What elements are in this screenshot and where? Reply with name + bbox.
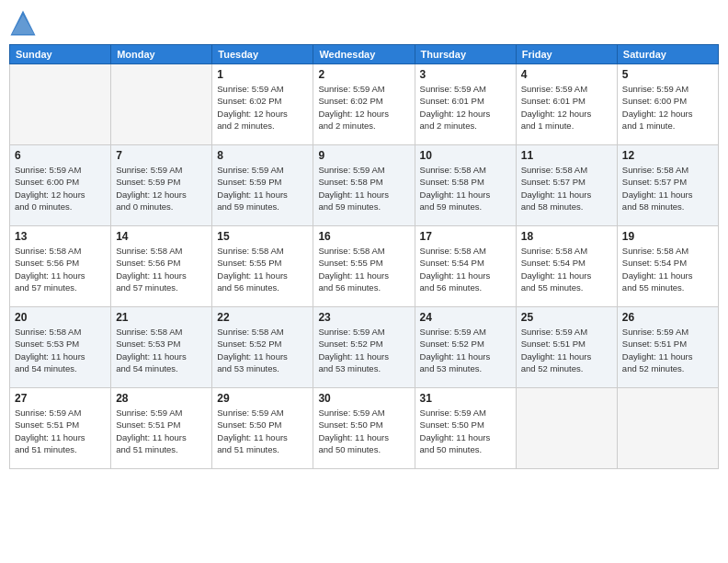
calendar-cell: 24Sunrise: 5:59 AM Sunset: 5:52 PM Dayli…	[415, 307, 516, 388]
calendar-week-row: 1Sunrise: 5:59 AM Sunset: 6:02 PM Daylig…	[10, 64, 719, 145]
calendar-cell: 11Sunrise: 5:58 AM Sunset: 5:57 PM Dayli…	[516, 145, 617, 226]
day-info: Sunrise: 5:59 AM Sunset: 5:50 PM Dayligh…	[318, 407, 409, 455]
calendar-cell: 16Sunrise: 5:58 AM Sunset: 5:55 PM Dayli…	[313, 226, 415, 307]
day-info: Sunrise: 5:59 AM Sunset: 5:52 PM Dayligh…	[420, 326, 511, 374]
day-number: 21	[116, 311, 207, 324]
day-number: 27	[15, 392, 106, 405]
day-info: Sunrise: 5:58 AM Sunset: 5:55 PM Dayligh…	[318, 245, 409, 293]
calendar-table: SundayMondayTuesdayWednesdayThursdayFrid…	[9, 44, 719, 469]
calendar-cell: 8Sunrise: 5:59 AM Sunset: 5:59 PM Daylig…	[212, 145, 313, 226]
calendar-cell: 14Sunrise: 5:58 AM Sunset: 5:56 PM Dayli…	[111, 226, 212, 307]
day-number: 26	[622, 311, 713, 324]
calendar-cell: 22Sunrise: 5:58 AM Sunset: 5:52 PM Dayli…	[212, 307, 313, 388]
calendar-cell: 30Sunrise: 5:59 AM Sunset: 5:50 PM Dayli…	[313, 388, 415, 469]
calendar-cell: 28Sunrise: 5:59 AM Sunset: 5:51 PM Dayli…	[111, 388, 212, 469]
calendar-cell	[10, 64, 111, 145]
calendar-cell: 10Sunrise: 5:58 AM Sunset: 5:58 PM Dayli…	[415, 145, 516, 226]
day-info: Sunrise: 5:58 AM Sunset: 5:57 PM Dayligh…	[521, 164, 612, 213]
day-info: Sunrise: 5:59 AM Sunset: 5:50 PM Dayligh…	[217, 407, 308, 455]
day-number: 18	[521, 230, 612, 243]
day-info: Sunrise: 5:59 AM Sunset: 6:02 PM Dayligh…	[217, 83, 308, 132]
calendar-cell: 18Sunrise: 5:58 AM Sunset: 5:54 PM Dayli…	[516, 226, 617, 307]
day-info: Sunrise: 5:59 AM Sunset: 5:51 PM Dayligh…	[622, 326, 713, 374]
calendar-cell: 6Sunrise: 5:59 AM Sunset: 6:00 PM Daylig…	[10, 145, 111, 226]
day-info: Sunrise: 5:59 AM Sunset: 5:52 PM Dayligh…	[318, 326, 409, 374]
calendar-cell: 20Sunrise: 5:58 AM Sunset: 5:53 PM Dayli…	[10, 307, 111, 388]
calendar-cell: 5Sunrise: 5:59 AM Sunset: 6:00 PM Daylig…	[617, 64, 718, 145]
day-number: 22	[217, 311, 308, 324]
day-info: Sunrise: 5:58 AM Sunset: 5:53 PM Dayligh…	[116, 326, 207, 374]
weekday-header: Thursday	[415, 45, 516, 64]
calendar-cell: 26Sunrise: 5:59 AM Sunset: 5:51 PM Dayli…	[617, 307, 718, 388]
day-number: 17	[420, 230, 511, 243]
day-number: 20	[15, 311, 106, 324]
day-number: 5	[622, 68, 713, 81]
svg-marker-1	[12, 15, 34, 34]
calendar-week-row: 27Sunrise: 5:59 AM Sunset: 5:51 PM Dayli…	[10, 388, 719, 469]
day-number: 9	[318, 149, 409, 162]
day-info: Sunrise: 5:58 AM Sunset: 5:54 PM Dayligh…	[622, 245, 713, 293]
weekday-header: Sunday	[10, 45, 111, 64]
calendar-cell: 31Sunrise: 5:59 AM Sunset: 5:50 PM Dayli…	[415, 388, 516, 469]
calendar-cell: 21Sunrise: 5:58 AM Sunset: 5:53 PM Dayli…	[111, 307, 212, 388]
day-info: Sunrise: 5:59 AM Sunset: 5:51 PM Dayligh…	[521, 326, 612, 374]
calendar-week-row: 20Sunrise: 5:58 AM Sunset: 5:53 PM Dayli…	[10, 307, 719, 388]
day-info: Sunrise: 5:59 AM Sunset: 6:01 PM Dayligh…	[521, 83, 612, 132]
calendar-cell	[516, 388, 617, 469]
day-info: Sunrise: 5:59 AM Sunset: 5:59 PM Dayligh…	[116, 164, 207, 213]
day-number: 24	[420, 311, 511, 324]
day-number: 16	[318, 230, 409, 243]
day-info: Sunrise: 5:59 AM Sunset: 6:01 PM Dayligh…	[420, 83, 511, 132]
page: SundayMondayTuesdayWednesdayThursdayFrid…	[0, 0, 728, 563]
calendar-week-row: 13Sunrise: 5:58 AM Sunset: 5:56 PM Dayli…	[10, 226, 719, 307]
day-info: Sunrise: 5:58 AM Sunset: 5:57 PM Dayligh…	[622, 164, 713, 213]
calendar-cell: 29Sunrise: 5:59 AM Sunset: 5:50 PM Dayli…	[212, 388, 313, 469]
day-info: Sunrise: 5:59 AM Sunset: 5:59 PM Dayligh…	[217, 164, 308, 213]
day-info: Sunrise: 5:58 AM Sunset: 5:54 PM Dayligh…	[420, 245, 511, 293]
calendar-cell: 23Sunrise: 5:59 AM Sunset: 5:52 PM Dayli…	[313, 307, 415, 388]
day-info: Sunrise: 5:58 AM Sunset: 5:56 PM Dayligh…	[116, 245, 207, 293]
calendar-week-row: 6Sunrise: 5:59 AM Sunset: 6:00 PM Daylig…	[10, 145, 719, 226]
day-number: 13	[15, 230, 106, 243]
day-info: Sunrise: 5:58 AM Sunset: 5:53 PM Dayligh…	[15, 326, 106, 374]
calendar-cell: 13Sunrise: 5:58 AM Sunset: 5:56 PM Dayli…	[10, 226, 111, 307]
header	[9, 9, 719, 37]
day-info: Sunrise: 5:59 AM Sunset: 6:00 PM Dayligh…	[622, 83, 713, 132]
day-info: Sunrise: 5:58 AM Sunset: 5:56 PM Dayligh…	[15, 245, 106, 293]
day-number: 15	[217, 230, 308, 243]
day-number: 14	[116, 230, 207, 243]
weekday-header: Wednesday	[313, 45, 415, 64]
calendar-cell: 25Sunrise: 5:59 AM Sunset: 5:51 PM Dayli…	[516, 307, 617, 388]
logo-icon	[9, 9, 37, 37]
calendar-cell: 7Sunrise: 5:59 AM Sunset: 5:59 PM Daylig…	[111, 145, 212, 226]
day-number: 19	[622, 230, 713, 243]
calendar-cell: 19Sunrise: 5:58 AM Sunset: 5:54 PM Dayli…	[617, 226, 718, 307]
day-number: 4	[521, 68, 612, 81]
day-number: 28	[116, 392, 207, 405]
day-info: Sunrise: 5:59 AM Sunset: 5:58 PM Dayligh…	[318, 164, 409, 213]
day-number: 8	[217, 149, 308, 162]
calendar-cell: 27Sunrise: 5:59 AM Sunset: 5:51 PM Dayli…	[10, 388, 111, 469]
weekday-header: Saturday	[617, 45, 718, 64]
weekday-header: Tuesday	[212, 45, 313, 64]
calendar-cell: 3Sunrise: 5:59 AM Sunset: 6:01 PM Daylig…	[415, 64, 516, 145]
calendar-cell: 2Sunrise: 5:59 AM Sunset: 6:02 PM Daylig…	[313, 64, 415, 145]
day-number: 29	[217, 392, 308, 405]
day-info: Sunrise: 5:59 AM Sunset: 6:02 PM Dayligh…	[318, 83, 409, 132]
calendar-cell	[111, 64, 212, 145]
logo	[9, 9, 40, 37]
day-number: 25	[521, 311, 612, 324]
day-info: Sunrise: 5:58 AM Sunset: 5:55 PM Dayligh…	[217, 245, 308, 293]
day-info: Sunrise: 5:58 AM Sunset: 5:54 PM Dayligh…	[521, 245, 612, 293]
day-number: 10	[420, 149, 511, 162]
calendar-cell: 9Sunrise: 5:59 AM Sunset: 5:58 PM Daylig…	[313, 145, 415, 226]
day-number: 6	[15, 149, 106, 162]
day-number: 2	[318, 68, 409, 81]
day-info: Sunrise: 5:59 AM Sunset: 5:51 PM Dayligh…	[116, 407, 207, 455]
day-number: 30	[318, 392, 409, 405]
calendar-cell: 12Sunrise: 5:58 AM Sunset: 5:57 PM Dayli…	[617, 145, 718, 226]
day-info: Sunrise: 5:59 AM Sunset: 5:50 PM Dayligh…	[420, 407, 511, 455]
day-info: Sunrise: 5:59 AM Sunset: 5:51 PM Dayligh…	[15, 407, 106, 455]
calendar-cell: 1Sunrise: 5:59 AM Sunset: 6:02 PM Daylig…	[212, 64, 313, 145]
calendar-header-row: SundayMondayTuesdayWednesdayThursdayFrid…	[10, 45, 719, 64]
